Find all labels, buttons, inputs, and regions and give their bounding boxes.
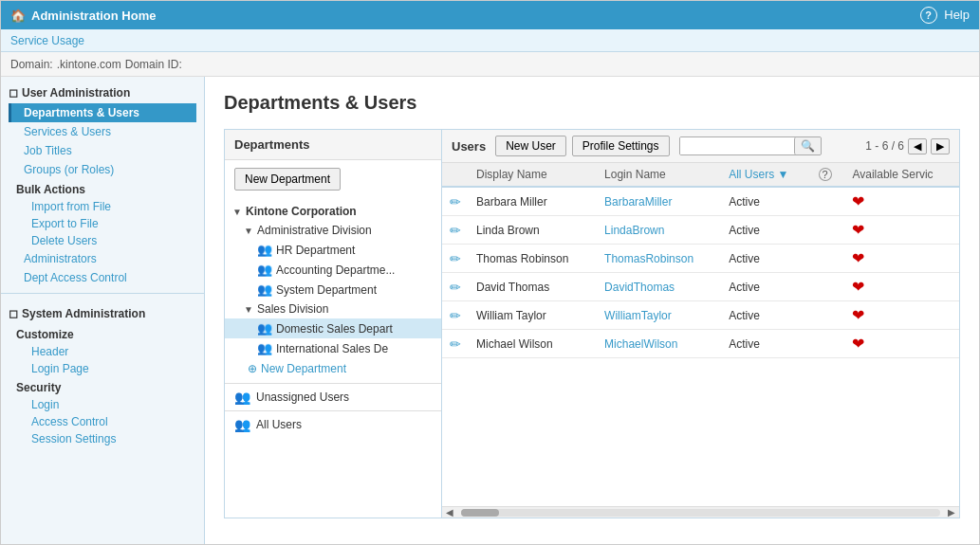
- new-user-button[interactable]: New User: [495, 136, 566, 156]
- edit-icon-3[interactable]: ✏: [450, 280, 461, 295]
- dept-item-kintone[interactable]: ▼ Kintone Corporation: [225, 202, 441, 221]
- dept-icon-hr: 👥: [257, 243, 272, 257]
- scroll-right-arrow[interactable]: ▶: [944, 507, 959, 518]
- dept-label-admin: Administrative Division: [257, 224, 372, 237]
- domain-bar: Domain: .kintone.com Domain ID:: [1, 52, 979, 77]
- display-name-4: William Taylor: [469, 301, 597, 330]
- dept-label-international: International Sales De: [276, 342, 388, 355]
- table-row: ✏ Barbara Miller BarbaraMiller Active ❤: [442, 187, 959, 216]
- sidebar-item-delete-users[interactable]: Delete Users: [9, 232, 196, 249]
- edit-icon-4[interactable]: ✏: [450, 308, 461, 323]
- unassigned-icon: 👥: [234, 390, 250, 405]
- prev-page-button[interactable]: ◀: [908, 138, 927, 154]
- display-name-5: Michael Wilson: [469, 330, 597, 358]
- dept-label-kintone: Kintone Corporation: [246, 205, 357, 218]
- dept-item-admin-division[interactable]: ▼ Administrative Division: [225, 221, 441, 240]
- domain-label: Domain:: [10, 58, 53, 71]
- top-bar-right: ? Help: [920, 7, 970, 24]
- heart-icon-3: ❤: [852, 279, 864, 295]
- sidebar-item-login[interactable]: Login: [9, 396, 196, 413]
- departments-header: Departments: [225, 130, 441, 160]
- col-login-name: Login Name: [597, 163, 721, 187]
- horizontal-scrollbar[interactable]: ◀ ▶: [442, 506, 959, 518]
- display-name-0: Barbara Miller: [469, 187, 597, 216]
- col-all-users[interactable]: All Users ▼: [721, 163, 810, 187]
- profile-settings-button[interactable]: Profile Settings: [572, 136, 670, 156]
- sidebar-item-groups-roles[interactable]: Groups (or Roles): [9, 160, 196, 179]
- dept-label-system: System Department: [276, 283, 377, 297]
- dept-item-hr[interactable]: 👥 HR Department: [225, 240, 441, 260]
- system-admin-title: ◻ System Administration: [9, 303, 196, 324]
- sidebar-item-header[interactable]: Header: [9, 343, 196, 360]
- search-input[interactable]: [680, 137, 794, 154]
- help-icon: ?: [920, 7, 937, 24]
- users-label: Users: [452, 139, 486, 154]
- admin-home-link[interactable]: Administration Home: [31, 9, 156, 23]
- home-icon: 🏠: [10, 9, 26, 23]
- heart-icon-1: ❤: [852, 222, 864, 238]
- table-row: ✏ David Thomas DavidThomas Active ❤: [442, 273, 959, 301]
- dept-item-sales-division[interactable]: ▼ Sales Division: [225, 300, 441, 318]
- scrollbar-thumb[interactable]: [461, 509, 499, 517]
- status-4: Active: [721, 301, 810, 330]
- top-bar-left: 🏠 Administration Home: [10, 9, 156, 23]
- heart-icon-2: ❤: [852, 250, 864, 266]
- dept-label-sales: Sales Division: [257, 302, 328, 316]
- top-bar: 🏠 Administration Home ? Help: [1, 1, 979, 29]
- new-department-button[interactable]: New Department: [234, 168, 341, 191]
- sidebar-item-dept-access-control[interactable]: Dept Access Control: [9, 268, 196, 287]
- dept-item-international-sales[interactable]: 👥 International Sales De: [225, 338, 441, 358]
- display-name-3: David Thomas: [469, 273, 597, 301]
- dept-label-accounting: Accounting Departme...: [276, 263, 395, 277]
- heart-icon-5: ❤: [852, 336, 864, 352]
- edit-icon-5[interactable]: ✏: [450, 336, 461, 352]
- search-button[interactable]: 🔍: [794, 137, 821, 154]
- service-usage-link[interactable]: Service Usage: [10, 34, 84, 47]
- col-available-service: Available Servic: [844, 163, 959, 187]
- search-box: 🔍: [679, 136, 822, 155]
- dept-item-all-users[interactable]: 👥 All Users: [225, 410, 441, 438]
- next-page-button[interactable]: ▶: [931, 138, 950, 154]
- sidebar-item-session-settings[interactable]: Session Settings: [9, 430, 196, 447]
- login-name-5[interactable]: MichaelWilson: [597, 330, 721, 358]
- sidebar-item-access-control[interactable]: Access Control: [9, 413, 196, 430]
- edit-icon-2[interactable]: ✏: [450, 251, 461, 266]
- dept-item-domestic-sales[interactable]: 👥 Domestic Sales Depart: [225, 318, 441, 338]
- sidebar-item-import-from-file[interactable]: Import from File: [9, 198, 196, 215]
- col-help[interactable]: ?: [811, 163, 845, 187]
- users-header: Users New User Profile Settings 🔍 1 - 6 …: [442, 130, 959, 163]
- security-group: Security: [9, 377, 196, 396]
- status-3: Active: [721, 273, 810, 301]
- sidebar-item-administrators[interactable]: Administrators: [9, 249, 196, 268]
- dept-item-accounting[interactable]: 👥 Accounting Departme...: [225, 260, 441, 280]
- dept-item-unassigned-users[interactable]: 👥 Unassigned Users: [225, 383, 441, 410]
- edit-icon-1[interactable]: ✏: [450, 223, 461, 238]
- login-name-4[interactable]: WilliamTaylor: [597, 301, 721, 330]
- help-link[interactable]: Help: [944, 8, 970, 22]
- pagination: 1 - 6 / 6 ◀ ▶: [865, 138, 950, 154]
- col-display-name: Display Name: [469, 163, 597, 187]
- dept-toggle-sales: ▼: [244, 304, 253, 315]
- login-name-3[interactable]: DavidThomas: [597, 273, 721, 301]
- scroll-left-arrow[interactable]: ◀: [442, 507, 457, 518]
- sidebar-item-departments-users[interactable]: Departments & Users: [9, 103, 196, 122]
- login-name-0[interactable]: BarbaraMiller: [597, 187, 721, 216]
- edit-icon-0[interactable]: ✏: [450, 194, 461, 209]
- user-admin-section: ◻ User Administration Departments & User…: [1, 77, 204, 289]
- all-users-icon: 👥: [234, 417, 250, 432]
- login-name-2[interactable]: ThomasRobinson: [597, 245, 721, 273]
- sidebar-item-job-titles[interactable]: Job Titles: [9, 141, 196, 160]
- login-name-1[interactable]: LindaBrown: [597, 216, 721, 245]
- sidebar-item-export-to-file[interactable]: Export to File: [9, 215, 196, 232]
- new-sub-dept-btn[interactable]: ⊕ New Department: [225, 358, 441, 379]
- sidebar-divider: [1, 293, 204, 294]
- dept-icon-international: 👥: [257, 341, 272, 355]
- table-row: ✏ Michael Wilson MichaelWilson Active ❤: [442, 330, 959, 358]
- dept-item-system[interactable]: 👥 System Department: [225, 280, 441, 300]
- departments-panel: Departments New Department ▼ Kintone Cor…: [224, 129, 442, 518]
- user-admin-title: ◻ User Administration: [9, 82, 196, 103]
- sidebar-item-services-users[interactable]: Services & Users: [9, 122, 196, 141]
- help-col-icon[interactable]: ?: [819, 168, 832, 181]
- status-5: Active: [721, 330, 810, 358]
- sidebar-item-login-page[interactable]: Login Page: [9, 360, 196, 377]
